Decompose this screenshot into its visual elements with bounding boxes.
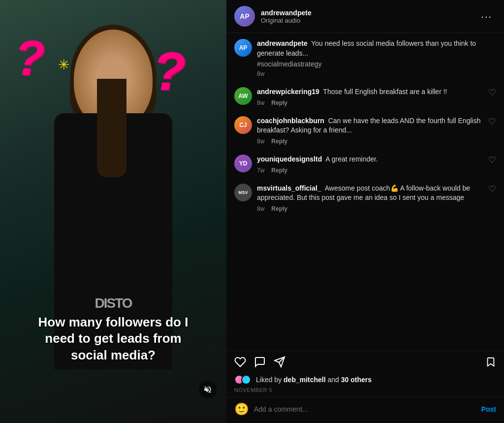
action-icons-row (234, 356, 496, 371)
comment-username-2[interactable]: coachjohnblackburn (257, 117, 324, 125)
comment-meta-1: 8w Reply (257, 99, 483, 106)
post-header: AP andrewandpete Original audio ··· (226, 0, 504, 33)
comment-time-1: 8w (257, 99, 264, 106)
heart-button-1[interactable]: ♡ (488, 87, 496, 98)
comment-text-2: coachjohnblackburn Can we have the leads… (257, 116, 483, 135)
likes-avatars (234, 375, 248, 385)
comment-item-3: YD youniquedesignsltd A great reminder. … (234, 155, 496, 174)
reply-button-3[interactable]: Reply (271, 167, 287, 174)
mute-button[interactable] (199, 381, 217, 398)
comment-avatar-original[interactable]: AP (234, 39, 252, 57)
comment-item-4: MSV msvirtuals_official_ Awesome post co… (234, 184, 496, 212)
action-bar: Liked by deb_mitchell and 30 others NOVE… (226, 351, 504, 397)
heart-button-3[interactable]: ♡ (488, 155, 496, 165)
comment-username-3[interactable]: youniquedesignsltd (257, 155, 322, 163)
more-options-button[interactable]: ··· (477, 9, 496, 24)
bookmark-button[interactable] (485, 357, 496, 370)
share-icon (274, 356, 285, 368)
comment-meta-2: 8w Reply (257, 138, 483, 145)
likes-text: Liked by deb_mitchell and 30 others (256, 376, 372, 384)
post-comment-button[interactable]: Post (481, 405, 496, 413)
question-mark-3: ? (153, 39, 186, 102)
tshirt-text: DISTO (94, 295, 131, 311)
share-button[interactable] (274, 356, 285, 371)
video-caption: How many followers do I need to get lead… (30, 314, 197, 364)
comment-input-row: 🙂 Post (226, 397, 504, 423)
likes-and: and (328, 376, 339, 384)
sparkle-icon: ✳ (58, 57, 69, 73)
likes-row: Liked by deb_mitchell and 30 others (234, 375, 496, 385)
reply-button-4[interactable]: Reply (271, 205, 287, 212)
comment-body-4: msvirtuals_official_ Awesome post coach💪… (257, 184, 483, 212)
heart-icon (234, 356, 246, 368)
heart-button-4[interactable]: ♡ (488, 184, 496, 195)
comment-button[interactable] (254, 356, 266, 371)
comment-avatar-3[interactable]: YD (234, 155, 252, 172)
person-hair-long (97, 79, 126, 177)
right-panel: AP andrewandpete Original audio ··· AP a… (226, 0, 504, 423)
likes-avatar-2 (241, 375, 251, 385)
comment-time-4: 8w (257, 205, 264, 212)
like-button[interactable] (234, 356, 246, 371)
comment-meta-3: 7w Reply (257, 167, 483, 174)
comment-meta-4: 8w Reply (257, 205, 483, 212)
comment-text-original: andrewandpete You need less social media… (257, 39, 496, 58)
comment-username-4[interactable]: msvirtuals_official_ (257, 184, 321, 192)
reply-button-1[interactable]: Reply (271, 99, 287, 106)
comment-body-2: coachjohnblackburn Can we have the leads… (257, 116, 483, 145)
comment-time-2: 8w (257, 138, 264, 145)
reply-button-2[interactable]: Reply (271, 138, 287, 145)
comment-body-1: andrewpickering19 Those full English bre… (257, 87, 483, 106)
question-mark-1: ? (15, 30, 45, 86)
post-author-info: andrewandpete Original audio (261, 9, 471, 24)
comment-username-original[interactable]: andrewandpete (257, 39, 308, 47)
comment-username-1[interactable]: andrewpickering19 (257, 88, 319, 96)
comment-item-1: AW andrewpickering19 Those full English … (234, 87, 496, 106)
likes-featured-user[interactable]: deb_mitchell (284, 376, 326, 384)
comment-input-field[interactable] (254, 405, 476, 413)
video-panel: ? ✳ ? ? DISTO How many followers do I ne… (0, 0, 226, 423)
bookmark-icon (485, 357, 496, 367)
comment-item-2: CJ coachjohnblackburn Can we have the le… (234, 116, 496, 145)
mute-icon (203, 385, 212, 394)
comments-area: AP andrewandpete You need less social me… (226, 33, 504, 351)
comment-text-4: msvirtuals_official_ Awesome post coach💪… (257, 184, 483, 203)
emoji-button[interactable]: 🙂 (234, 402, 249, 416)
post-author-username: andrewandpete (261, 9, 471, 17)
comment-meta-original: 8w (257, 70, 496, 77)
comment-hashtag: #socialmediastrategy (257, 60, 496, 68)
comment-body-original: andrewandpete You need less social media… (257, 39, 496, 77)
comment-avatar-2[interactable]: CJ (234, 116, 252, 134)
post-date: NOVEMBER 5 (234, 387, 496, 393)
comment-avatar-1[interactable]: AW (234, 87, 252, 105)
comment-avatar-4[interactable]: MSV (234, 184, 252, 201)
original-post-comment: AP andrewandpete You need less social me… (234, 39, 496, 77)
comment-time-original: 8w (257, 70, 264, 77)
likes-count: 30 others (341, 376, 372, 384)
post-audio-label: Original audio (261, 17, 471, 24)
comment-text-1: andrewpickering19 Those full English bre… (257, 87, 483, 97)
comment-body-3: youniquedesignsltd A great reminder. 7w … (257, 155, 483, 174)
post-author-avatar[interactable]: AP (234, 6, 255, 27)
comment-icon (254, 356, 266, 368)
comment-time-3: 7w (257, 167, 264, 174)
heart-button-2[interactable]: ♡ (488, 116, 496, 127)
comment-text-3: youniquedesignsltd A great reminder. (257, 155, 483, 164)
likes-prefix: Liked by (256, 376, 282, 384)
